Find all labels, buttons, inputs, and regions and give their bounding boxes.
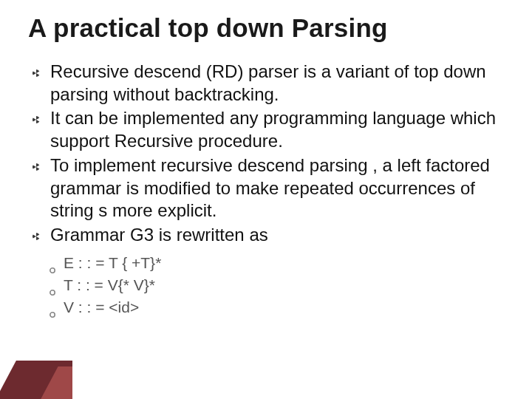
pinwheel-icon xyxy=(33,116,40,123)
svg-point-2 xyxy=(50,313,55,317)
slide-title: A practical top down Parsing xyxy=(28,13,504,43)
bullet-item: It can be implemented any programming la… xyxy=(33,107,504,152)
pinwheel-icon xyxy=(33,163,40,171)
ring-icon xyxy=(49,259,56,266)
svg-point-1 xyxy=(50,290,55,295)
ring-icon xyxy=(49,303,56,310)
pinwheel-icon xyxy=(33,69,40,77)
sub-bullet-item: E : : = T { +T}* xyxy=(49,253,504,273)
pinwheel-icon xyxy=(33,233,40,240)
bullet-text: It can be implemented any programming la… xyxy=(50,108,496,151)
sub-bullet-text: T : : = V{* V}* xyxy=(64,276,155,293)
bullet-item: Recursive descend (RD) parser is a varia… xyxy=(33,61,504,106)
bullet-text: Grammar G3 is rewritten as xyxy=(50,225,268,245)
sub-bullet-item: V : : = <id> xyxy=(49,297,504,318)
bullet-text: Recursive descend (RD) parser is a varia… xyxy=(50,61,486,104)
sub-bullet-item: T : : = V{* V}* xyxy=(49,275,504,296)
main-bullet-list: Recursive descend (RD) parser is a varia… xyxy=(33,61,504,247)
corner-accent xyxy=(0,355,72,399)
sub-bullet-text: V : : = <id> xyxy=(64,299,139,316)
sub-bullet-list: E : : = T { +T}* T : : = V{* V}* V : : =… xyxy=(49,253,504,318)
sub-bullet-text: E : : = T { +T}* xyxy=(64,254,161,271)
ring-icon xyxy=(49,281,56,288)
bullet-item: To implement recursive descend parsing ,… xyxy=(33,154,504,222)
slide: A practical top down Parsing Recursive d… xyxy=(0,0,532,399)
bullet-item: Grammar G3 is rewritten as xyxy=(33,224,504,247)
svg-point-0 xyxy=(50,268,55,273)
bullet-text: To implement recursive descend parsing ,… xyxy=(50,155,490,220)
